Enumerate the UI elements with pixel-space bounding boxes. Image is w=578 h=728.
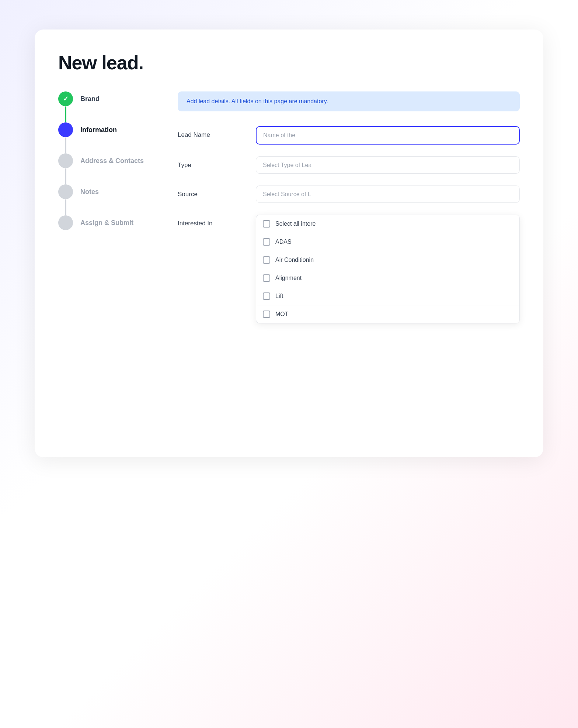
step-circle-information bbox=[58, 122, 73, 137]
interested-dropdown-list: Select all intere ADAS Air Conditionin bbox=[256, 215, 520, 323]
source-wrapper: Select Source of L bbox=[256, 186, 520, 203]
dropdown-item-air-conditioning[interactable]: Air Conditionin bbox=[256, 251, 519, 269]
lead-name-row: Lead Name bbox=[178, 126, 520, 145]
main-card: New lead. ✓ Brand Information Address & … bbox=[35, 30, 543, 457]
dropdown-label-select-all: Select all intere bbox=[275, 221, 316, 227]
source-row: Source Select Source of L bbox=[178, 186, 520, 203]
type-select[interactable]: Select Type of Lea bbox=[256, 156, 520, 174]
stepper: ✓ Brand Information Address & Contacts N… bbox=[58, 91, 154, 230]
lead-name-input[interactable] bbox=[256, 126, 520, 145]
check-icon: ✓ bbox=[63, 95, 69, 103]
stepper-item-information[interactable]: Information bbox=[58, 122, 154, 137]
page-title: New lead. bbox=[58, 52, 520, 74]
dropdown-label-lift: Lift bbox=[275, 293, 283, 299]
dropdown-item-alignment[interactable]: Alignment bbox=[256, 269, 519, 287]
checkbox-mot[interactable] bbox=[263, 311, 270, 318]
stepper-item-brand[interactable]: ✓ Brand bbox=[58, 91, 154, 106]
type-wrapper: Select Type of Lea bbox=[256, 156, 520, 174]
checkbox-adas[interactable] bbox=[263, 238, 270, 246]
connector-address-notes bbox=[65, 168, 66, 184]
step-circle-notes bbox=[58, 184, 73, 199]
form-section: Add lead details. All fields on this pag… bbox=[178, 91, 520, 323]
step-label-address: Address & Contacts bbox=[80, 157, 144, 165]
stepper-item-address[interactable]: Address & Contacts bbox=[58, 153, 154, 168]
interested-label: Interested In bbox=[178, 215, 244, 227]
checkbox-select-all[interactable] bbox=[263, 220, 270, 228]
source-select[interactable]: Select Source of L bbox=[256, 186, 520, 203]
connector-info-address bbox=[65, 137, 66, 153]
lead-name-label: Lead Name bbox=[178, 126, 244, 139]
checkbox-lift[interactable] bbox=[263, 292, 270, 300]
stepper-item-notes[interactable]: Notes bbox=[58, 184, 154, 199]
step-circle-assign bbox=[58, 215, 73, 230]
step-circle-address bbox=[58, 153, 73, 168]
type-label: Type bbox=[178, 156, 244, 169]
dropdown-item-adas[interactable]: ADAS bbox=[256, 233, 519, 251]
info-banner: Add lead details. All fields on this pag… bbox=[178, 91, 520, 111]
stepper-item-assign[interactable]: Assign & Submit bbox=[58, 215, 154, 230]
dropdown-item-mot[interactable]: MOT bbox=[256, 305, 519, 323]
step-label-notes: Notes bbox=[80, 188, 99, 196]
dropdown-item-select-all[interactable]: Select all intere bbox=[256, 215, 519, 233]
main-layout: ✓ Brand Information Address & Contacts N… bbox=[58, 91, 520, 323]
step-label-brand: Brand bbox=[80, 95, 100, 103]
step-label-information: Information bbox=[80, 126, 117, 134]
step-label-assign: Assign & Submit bbox=[80, 219, 133, 227]
lead-name-wrapper bbox=[256, 126, 520, 145]
step-circle-brand: ✓ bbox=[58, 91, 73, 106]
dropdown-label-mot: MOT bbox=[275, 311, 289, 318]
interested-row: Interested In Select all intere ADAS bbox=[178, 215, 520, 323]
dropdown-label-alignment: Alignment bbox=[275, 275, 302, 281]
dropdown-item-lift[interactable]: Lift bbox=[256, 287, 519, 305]
checkbox-alignment[interactable] bbox=[263, 274, 270, 282]
connector-brand-info bbox=[65, 106, 66, 122]
type-row: Type Select Type of Lea bbox=[178, 156, 520, 174]
dropdown-label-air-conditioning: Air Conditionin bbox=[275, 257, 314, 263]
source-label: Source bbox=[178, 186, 244, 198]
connector-notes-assign bbox=[65, 199, 66, 215]
checkbox-air-conditioning[interactable] bbox=[263, 256, 270, 264]
dropdown-label-adas: ADAS bbox=[275, 239, 292, 245]
interested-wrapper: Select all intere ADAS Air Conditionin bbox=[256, 215, 520, 323]
info-banner-text: Add lead details. All fields on this pag… bbox=[187, 98, 328, 104]
